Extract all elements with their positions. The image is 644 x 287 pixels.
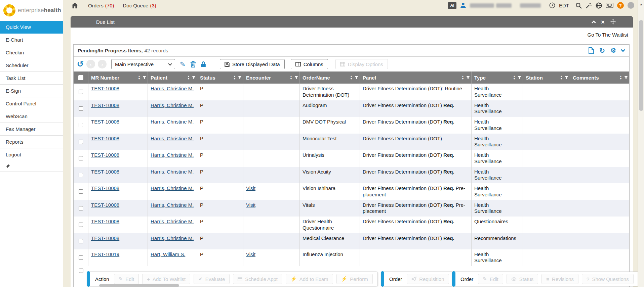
sort-icon[interactable]: ▲▼ <box>350 75 353 80</box>
sort-icon[interactable]: ▲▼ <box>461 75 464 80</box>
sort-icon[interactable]: ▲▼ <box>233 75 236 80</box>
globe-icon[interactable] <box>596 2 602 9</box>
sidebar-item-logout[interactable]: Logout <box>0 148 63 161</box>
patient-link[interactable]: Harris, Christine M. <box>151 219 194 224</box>
history-back-button[interactable]: ‹ <box>86 60 95 68</box>
close-panel-icon[interactable]: × <box>601 19 605 25</box>
sidebar-item-e-chart[interactable]: E-Chart <box>0 34 63 46</box>
column-header-status[interactable]: Status▲▼ <box>197 71 243 84</box>
mr-number-link[interactable]: TEST-10008 <box>91 119 119 125</box>
search-icon[interactable] <box>575 2 582 9</box>
add-to-waitlist-button[interactable]: +Add To Waitlist <box>142 274 190 284</box>
mr-number-link[interactable]: TEST-10008 <box>91 169 119 175</box>
visit-link[interactable]: Visit <box>246 185 255 191</box>
sort-icon[interactable]: ▲▼ <box>619 75 622 80</box>
filter-icon[interactable] <box>355 76 358 80</box>
requisition-button[interactable]: Requisition <box>407 274 449 284</box>
edit-perspective-icon[interactable]: ✎ <box>180 60 186 68</box>
schedule-appt-button[interactable]: Schedule Appt <box>233 274 282 284</box>
collapse-grid-icon[interactable] <box>621 48 625 52</box>
export-document-icon[interactable] <box>589 47 594 54</box>
magic-wand-icon[interactable] <box>586 2 592 9</box>
refresh-icon[interactable]: ↻ <box>599 47 605 55</box>
clock-icon[interactable] <box>549 2 555 8</box>
go-to-waitlist-link[interactable]: Go To The Waitlist <box>588 32 628 38</box>
keyboard-icon[interactable] <box>606 3 613 8</box>
sort-icon[interactable]: ▲▼ <box>138 75 140 80</box>
column-header-comments[interactable]: Comments▲▼ <box>570 71 629 84</box>
filter-icon[interactable] <box>624 76 628 80</box>
store-displayed-data-button[interactable]: Store Displayed Data <box>220 59 285 69</box>
nav-item-doc-queue[interactable]: Doc Queue(3) <box>123 3 156 8</box>
row-checkbox[interactable] <box>79 140 83 144</box>
filter-icon[interactable] <box>238 76 242 80</box>
mr-number-link[interactable]: TEST-10008 <box>91 152 119 158</box>
row-checkbox[interactable] <box>79 156 83 160</box>
mr-number-link[interactable]: TEST-10008 <box>91 102 119 108</box>
select-all-checkbox[interactable] <box>78 75 83 80</box>
revisions-button[interactable]: ≡Revisions <box>541 274 578 284</box>
perspective-select[interactable]: Main Perspective <box>111 59 175 69</box>
user-icon[interactable] <box>460 2 466 8</box>
sidebar-item-e-sign[interactable]: E-Sign <box>0 85 63 97</box>
due-list-titlebar[interactable]: Due List × <box>71 16 633 28</box>
row-checkbox[interactable] <box>79 269 83 273</box>
perform-button[interactable]: ⚡Perform <box>336 274 373 284</box>
help-icon[interactable]: ? <box>617 2 624 9</box>
sidebar-item-control-panel[interactable]: Control Panel <box>0 97 63 110</box>
scroll-up-arrow[interactable]: ▲ <box>638 2 644 6</box>
column-header-patient[interactable]: Patient▲▼ <box>148 71 197 84</box>
filter-icon[interactable] <box>565 76 568 80</box>
delete-perspective-icon[interactable] <box>190 61 196 67</box>
collapse-panel-icon[interactable] <box>592 20 596 25</box>
lock-perspective-icon[interactable] <box>201 61 206 67</box>
vertical-scrollbar[interactable]: ▲ <box>638 0 644 287</box>
row-checkbox[interactable] <box>79 255 83 260</box>
sidebar-item-webscan[interactable]: WebScan <box>0 110 63 123</box>
patient-link[interactable]: Harris, Christine M. <box>151 169 194 175</box>
undo-icon[interactable]: ↺ <box>77 60 84 68</box>
mr-number-link[interactable]: TEST-10008 <box>91 202 119 208</box>
row-checkbox[interactable] <box>79 90 83 94</box>
edit-button[interactable]: ✎Edit <box>114 274 139 284</box>
visit-link[interactable]: Visit <box>246 202 255 208</box>
filter-icon[interactable] <box>192 76 196 80</box>
patient-link[interactable]: Harris, Christine M. <box>151 136 194 141</box>
filter-icon[interactable] <box>518 76 521 80</box>
mr-number-link[interactable]: TEST-10008 <box>91 86 119 91</box>
column-header-mr-number[interactable]: MR Number▲▼ <box>88 71 148 84</box>
ai-badge[interactable]: AI <box>448 2 456 9</box>
mr-number-link[interactable]: TEST-10019 <box>91 251 119 257</box>
evaluate-button[interactable]: ✔Evaluate <box>194 274 230 284</box>
sort-icon[interactable]: ▲▼ <box>290 75 292 80</box>
sidebar-item-quick-view[interactable]: Quick View <box>0 21 63 34</box>
pin-icon[interactable] <box>6 164 10 169</box>
row-checkbox[interactable] <box>79 106 83 111</box>
home-icon[interactable] <box>72 3 78 8</box>
settings-gear-icon[interactable]: ⚙ <box>610 47 616 54</box>
history-forward-button[interactable]: › <box>98 60 107 68</box>
patient-link[interactable]: Harris, Christine M. <box>151 202 194 208</box>
patient-link[interactable]: Harris, Christine M. <box>151 119 194 125</box>
mr-number-link[interactable]: TEST-10008 <box>91 185 119 191</box>
edit-button[interactable]: ✎Edit <box>478 274 503 284</box>
nav-item-orders[interactable]: Orders(70) <box>88 3 114 8</box>
row-checkbox[interactable] <box>79 173 83 177</box>
sidebar-item-fax-manager[interactable]: Fax Manager <box>0 123 63 136</box>
row-checkbox[interactable] <box>79 239 83 243</box>
patient-link[interactable]: Hart, William S. <box>151 251 185 257</box>
sort-icon[interactable]: ▲▼ <box>513 75 516 80</box>
show-questions-button[interactable]: ?Show Questions <box>582 274 634 284</box>
display-options-button[interactable]: Display Options <box>335 59 388 69</box>
sort-icon[interactable]: ▲▼ <box>187 75 190 80</box>
mr-number-link[interactable]: TEST-10008 <box>91 136 119 141</box>
patient-link[interactable]: Harris, Christine M. <box>151 235 194 241</box>
sidebar-item-scheduler[interactable]: Scheduler <box>0 59 63 72</box>
sort-icon[interactable]: ▲▼ <box>560 75 563 80</box>
row-checkbox[interactable] <box>79 189 83 194</box>
columns-button[interactable]: Columns <box>291 59 328 69</box>
row-checkbox[interactable] <box>79 223 83 227</box>
move-panel-icon[interactable] <box>610 19 616 25</box>
add-to-exam-button[interactable]: ⚡Add to Exam <box>286 274 333 284</box>
avatar[interactable] <box>628 2 634 9</box>
